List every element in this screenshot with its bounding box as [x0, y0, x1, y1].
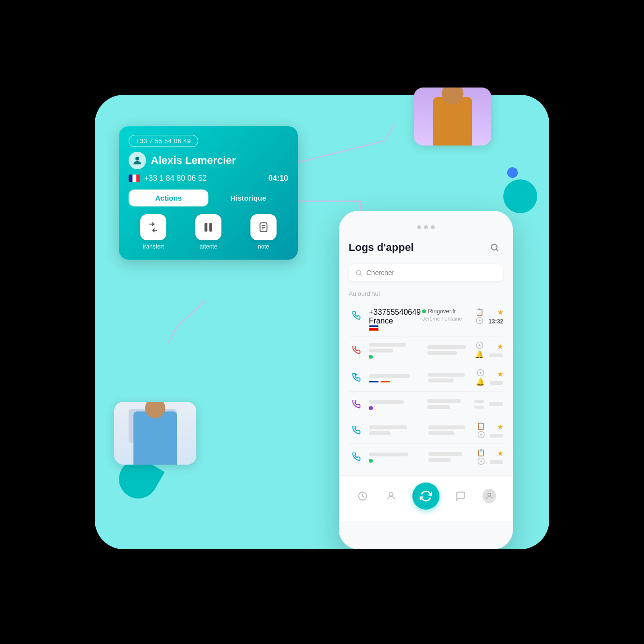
nav-center-sync[interactable] [412, 483, 439, 510]
svg-point-4 [135, 157, 139, 161]
nav-item-history[interactable] [356, 489, 369, 503]
call-log-item-3[interactable]: 🔔 ★ [349, 364, 503, 392]
bell-icon-3: 🔔 [476, 378, 485, 386]
call-log-item-5[interactable]: 📋 ★ [349, 417, 503, 444]
status-dot-4 [369, 406, 373, 410]
call-timer: 04:10 [268, 174, 288, 183]
svg-rect-6 [209, 223, 212, 232]
contacts-icon [384, 489, 398, 503]
svg-marker-21 [480, 371, 482, 374]
agent-photo-top [414, 88, 491, 146]
gray-bar-5b [369, 431, 391, 435]
transfert-label: transfert [143, 243, 164, 250]
flag-row-3 [369, 381, 423, 382]
call-log-3-info [369, 373, 423, 382]
call-log-item-4[interactable] [349, 392, 503, 417]
bell-icon-2: 🔔 [475, 350, 484, 359]
call-icon-5 [349, 423, 364, 438]
call-log-5-company [428, 424, 472, 436]
history-icon [356, 489, 369, 503]
call-log-2-meta: 🔔 [475, 341, 484, 359]
call-log-6-info [369, 452, 424, 463]
play-icon-5 [477, 431, 485, 439]
call-log-3-company [428, 372, 471, 383]
first-call-number: +33755540649 [369, 308, 417, 317]
star-icon-3[interactable]: ★ [497, 370, 503, 379]
call-icon-6 [349, 449, 364, 465]
gray-bar-6e [490, 460, 503, 464]
action-transfert[interactable]: transfert [129, 214, 178, 250]
search-input[interactable] [366, 269, 497, 277]
call-log-4-meta [474, 399, 484, 410]
ringover-label: Ringover.fr [422, 308, 470, 315]
agent-illustration-bottom [114, 402, 196, 465]
notch-dot-1 [417, 225, 421, 229]
search-icon-button[interactable] [486, 239, 503, 256]
call-log-2-info [369, 342, 423, 359]
gray-bar-4d [427, 405, 450, 409]
section-today-label: Aujourd'hui [349, 290, 503, 297]
notch-dot-2 [424, 225, 428, 229]
decorative-dot-teal-large [503, 179, 537, 213]
gray-bar-4f [474, 406, 484, 409]
gray-bar-2e [489, 353, 503, 357]
call-log-6-meta: 📋 [477, 449, 485, 465]
attente-label: attente [200, 243, 218, 250]
transfert-btn-circle[interactable] [140, 214, 166, 240]
star-icon-6[interactable]: ★ [497, 449, 503, 458]
tab-historique[interactable]: Historique [208, 190, 288, 206]
action-attente[interactable]: attente [184, 214, 233, 250]
search-bar-icon [355, 269, 363, 277]
svg-marker-18 [479, 344, 481, 346]
phone-badge-number: +33 7 55 54 06 49 [136, 137, 191, 145]
gray-bar-4g [489, 402, 503, 406]
note-icon-6: 📋 [477, 449, 485, 456]
play-icon-2 [476, 341, 483, 349]
status-dot-6 [369, 459, 373, 463]
note-btn-circle[interactable] [250, 214, 277, 240]
action-note[interactable]: note [239, 214, 288, 250]
call-log-4-company [427, 398, 469, 410]
note-icon: 📋 [475, 308, 483, 316]
call-log-4-time [489, 401, 503, 407]
svg-point-13 [356, 270, 361, 275]
call-log-5-meta: 📋 [477, 422, 485, 439]
tab-actions[interactable]: Actions [129, 190, 208, 206]
first-call-time: 13:32 [488, 318, 503, 325]
call-icon-2 [349, 342, 364, 358]
call-icon-3 [349, 370, 364, 385]
first-call-meta: 📋 [475, 308, 483, 324]
play-icon [476, 317, 483, 324]
logs-title: Logs d'appel [349, 241, 414, 254]
call-icon-4 [349, 396, 364, 412]
call-log-item-6[interactable]: 📋 ★ [349, 444, 503, 470]
flag-number: +33 1 84 80 06 52 [129, 174, 206, 183]
contact-avatar [129, 152, 146, 169]
notch-dot-3 [431, 225, 435, 229]
search-bar[interactable] [349, 264, 503, 281]
gray-bar-3a [369, 374, 410, 378]
flag-bar-orange [369, 330, 379, 331]
play-icon-3 [477, 369, 484, 377]
status-dot-green [422, 309, 426, 313]
profile-avatar [483, 489, 496, 503]
nav-item-chat[interactable] [454, 489, 468, 503]
star-icon-2[interactable]: ★ [497, 342, 503, 351]
call-icon-first [349, 308, 364, 323]
call-log-3-meta: 🔔 [476, 369, 485, 386]
star-icon-first[interactable]: ★ [497, 308, 503, 317]
call-log-item-first[interactable]: +33755540649 France Ringover.fr Jérôme F… [349, 303, 503, 337]
star-icon-5[interactable]: ★ [497, 423, 503, 431]
first-call-country: France [369, 317, 417, 325]
phone-content: Logs d'appel Aujourd'hui [339, 239, 513, 470]
call-log-item-2[interactable]: 🔔 ★ [349, 337, 503, 364]
nav-item-profile[interactable] [483, 489, 496, 503]
call-tabs: Actions Historique [129, 190, 288, 206]
phone-notch [339, 225, 513, 229]
nav-item-contacts[interactable] [384, 489, 398, 503]
svg-line-14 [360, 274, 362, 275]
attente-btn-circle[interactable] [195, 214, 221, 240]
chat-icon [454, 489, 468, 503]
call-log-5-time: ★ [490, 423, 503, 439]
gray-bar-2a [369, 343, 406, 347]
